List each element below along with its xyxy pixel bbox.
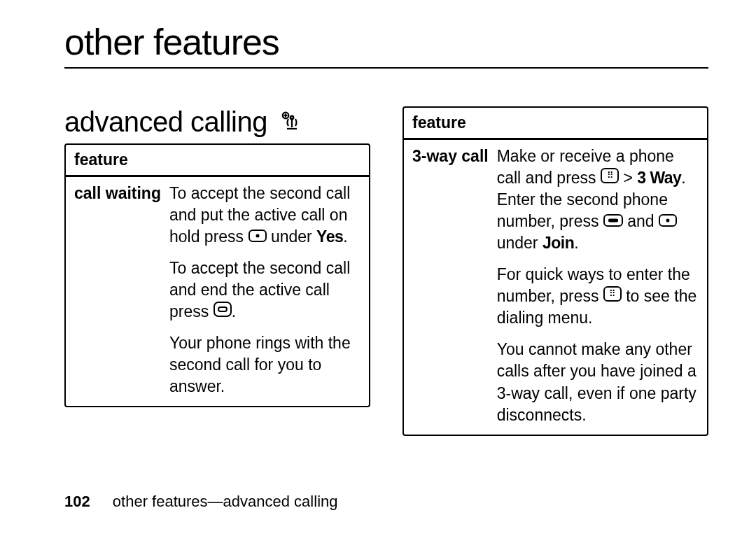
chapter-title: other features (64, 21, 708, 63)
left-column: advanced calling (64, 106, 370, 436)
text-run: . (343, 227, 347, 246)
content-columns: advanced calling (64, 106, 708, 436)
ui-label-join: Join (542, 234, 574, 252)
instruction-line: Make or receive a phone call and press >… (497, 146, 699, 254)
text-run: under (497, 234, 542, 252)
feature-name: 3-way call (412, 146, 489, 426)
instruction-line: You cannot make any other calls after yo… (497, 339, 699, 425)
page-number: 102 (64, 493, 90, 510)
text-run: > (623, 169, 637, 187)
instruction-line: Your phone rings with the second call fo… (169, 332, 360, 397)
menu-key-icon (603, 286, 622, 302)
instruction-line: For quick ways to enter the number, pres… (497, 264, 699, 329)
ok-key-icon (603, 214, 623, 227)
table-header: feature (404, 108, 707, 140)
text-run: . (574, 234, 578, 252)
text-run: . (232, 302, 236, 320)
table-row: call waiting To accept the second call a… (66, 177, 369, 406)
softkey-dot-icon (659, 214, 677, 227)
menu-key-icon (601, 168, 619, 183)
instruction-line: To accept the second call and put the ac… (169, 183, 360, 248)
feature-description: To accept the second call and put the ac… (169, 183, 360, 397)
ui-label-yes: Yes (316, 227, 343, 246)
text-run: under (271, 227, 316, 246)
softkey-dot-icon (248, 230, 267, 242)
section-header-row: advanced calling (64, 106, 370, 138)
feature-description: Make or receive a phone call and press >… (497, 146, 699, 426)
network-icon (280, 111, 304, 134)
chapter-rule (64, 67, 708, 69)
ui-label-3way: 3 Way (637, 169, 681, 187)
end-key-icon (214, 302, 232, 317)
table-header: feature (66, 145, 369, 177)
feature-name: call waiting (74, 183, 161, 397)
table-row: 3-way call Make or receive a phone call … (404, 140, 707, 435)
text-run: To accept the second call and end the ac… (169, 259, 350, 320)
page-footer: 102 other features—advanced calling (64, 493, 338, 511)
text-run: and (627, 212, 659, 230)
right-column: feature 3-way call Make or receive a pho… (402, 106, 708, 436)
feature-table-3way: feature 3-way call Make or receive a pho… (402, 106, 708, 436)
feature-table-call-waiting: feature call waiting To accept the secon… (64, 143, 370, 407)
manual-page: other features advanced calling (0, 0, 756, 536)
instruction-line: To accept the second call and end the ac… (169, 258, 360, 323)
footer-breadcrumb: other features—advanced calling (113, 493, 338, 510)
section-heading: advanced calling (64, 106, 267, 138)
